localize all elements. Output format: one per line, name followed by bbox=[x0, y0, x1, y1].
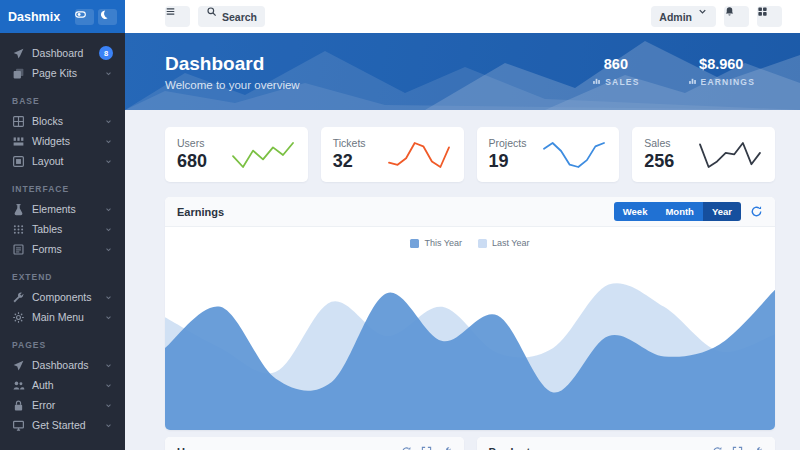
brand-logo[interactable]: Dashmix bbox=[8, 10, 71, 24]
sidebar-item-dashboard[interactable]: Dashboard8 bbox=[0, 43, 125, 63]
section-label-interface: INTERFACE bbox=[12, 184, 113, 194]
stat-card-label: Sales bbox=[644, 137, 674, 149]
legend-swatch bbox=[410, 239, 419, 248]
sidebar-header: Dashmix bbox=[0, 0, 125, 33]
hero-stat-sales: 860SALES bbox=[592, 56, 639, 87]
sidebar-item-error[interactable]: Error bbox=[0, 395, 125, 415]
sidebar-item-label: Auth bbox=[32, 379, 54, 391]
sidebar-item-layout[interactable]: Layout bbox=[0, 151, 125, 171]
sidebar-item-label: Components bbox=[32, 291, 92, 303]
tickets-sparkline-chart bbox=[386, 140, 452, 170]
hero-stat-label: EARNINGS bbox=[701, 77, 755, 87]
legend-item-last-year[interactable]: Last Year bbox=[478, 238, 530, 248]
stat-cards-row: Users680Tickets32Projects19Sales256 bbox=[165, 127, 775, 182]
bar-chart-icon bbox=[592, 76, 601, 87]
earnings-tools: WeekMonthYear bbox=[614, 202, 763, 221]
stat-card-value: 680 bbox=[177, 151, 207, 172]
admin-menu-button[interactable]: Admin bbox=[651, 6, 716, 27]
content: Users680Tickets32Projects19Sales256 Earn… bbox=[125, 110, 800, 450]
section-label-extend: EXTEND bbox=[12, 272, 113, 282]
bottom-card-title: Users bbox=[177, 446, 208, 450]
sidebar-item-forms[interactable]: Forms bbox=[0, 239, 125, 259]
dark-mode-button[interactable] bbox=[98, 9, 117, 25]
sidebar-nav: Dashboard8Page KitsBASEBlocksWidgetsLayo… bbox=[0, 33, 125, 435]
sidebar-toggle-button[interactable] bbox=[165, 6, 190, 27]
sidebar-item-label: Error bbox=[32, 399, 55, 411]
earnings-card-header: Earnings WeekMonthYear bbox=[165, 197, 775, 227]
expand-icon[interactable] bbox=[732, 446, 743, 450]
wrench-icon[interactable] bbox=[752, 446, 763, 450]
bottom-card-products: Products bbox=[477, 437, 776, 450]
sales-sparkline-chart bbox=[697, 140, 763, 170]
chart-legend: This YearLast Year bbox=[165, 227, 775, 250]
sidebar: Dashmix Dashboard8Page KitsBASEBlocksWid… bbox=[0, 0, 125, 450]
main-area: Search Admin Dashboard Welcome to your o… bbox=[125, 0, 800, 450]
sidebar-item-label: Tables bbox=[32, 223, 62, 235]
theme-toggle-button[interactable] bbox=[75, 9, 94, 25]
bottom-card-title: Products bbox=[489, 446, 537, 450]
hero-banner: Dashboard Welcome to your overview 860SA… bbox=[125, 33, 800, 110]
range-button-month[interactable]: Month bbox=[656, 202, 703, 221]
bottom-card-users: Users bbox=[165, 437, 464, 450]
refresh-button[interactable] bbox=[750, 205, 763, 218]
sidebar-item-blocks[interactable]: Blocks bbox=[0, 111, 125, 131]
bottom-card-header: Users bbox=[165, 437, 464, 450]
earnings-chart bbox=[165, 250, 775, 430]
paper-plane-icon bbox=[12, 47, 25, 60]
blocks-grid-icon bbox=[12, 115, 25, 128]
sidebar-item-auth[interactable]: Auth bbox=[0, 375, 125, 395]
stat-card-text: Tickets32 bbox=[333, 137, 366, 172]
chevron-down-icon bbox=[104, 293, 113, 302]
range-button-group: WeekMonthYear bbox=[614, 202, 741, 221]
sidebar-item-page-kits[interactable]: Page Kits bbox=[0, 63, 125, 83]
widgets-icon bbox=[12, 135, 25, 148]
topbar: Search Admin bbox=[125, 0, 800, 33]
stat-card-label: Projects bbox=[489, 137, 527, 149]
range-button-year[interactable]: Year bbox=[703, 202, 741, 221]
stat-card-text: Users680 bbox=[177, 137, 207, 172]
search-label: Search bbox=[222, 11, 257, 23]
legend-label: This Year bbox=[424, 238, 462, 248]
layout-icon bbox=[12, 155, 25, 168]
chevron-down-icon bbox=[104, 381, 113, 390]
sidebar-item-elements[interactable]: Elements bbox=[0, 199, 125, 219]
stat-card-tickets: Tickets32 bbox=[321, 127, 464, 182]
chevron-down-icon bbox=[104, 313, 113, 322]
sidebar-item-main-menu[interactable]: Main Menu bbox=[0, 307, 125, 327]
stat-card-text: Projects19 bbox=[489, 137, 527, 172]
legend-label: Last Year bbox=[492, 238, 530, 248]
sidebar-item-tables[interactable]: Tables bbox=[0, 219, 125, 239]
sidebar-item-label: Dashboards bbox=[32, 359, 89, 371]
sidebar-item-get-started[interactable]: Get Started bbox=[0, 415, 125, 435]
wrench-icon[interactable] bbox=[441, 446, 452, 450]
wrench-icon bbox=[12, 291, 25, 304]
moon-icon bbox=[98, 9, 117, 25]
sidebar-item-label: Get Started bbox=[32, 419, 86, 431]
chevron-down-icon bbox=[104, 361, 113, 370]
apps-button[interactable] bbox=[757, 6, 782, 27]
section-label-base: BASE bbox=[12, 96, 113, 106]
hero-stat-value: $8.960 bbox=[688, 56, 755, 72]
toggle-icon bbox=[75, 9, 94, 25]
search-button[interactable]: Search bbox=[198, 6, 265, 27]
sidebar-item-dashboards[interactable]: Dashboards bbox=[0, 355, 125, 375]
hero-text: Dashboard Welcome to your overview bbox=[165, 53, 300, 91]
refresh-icon[interactable] bbox=[712, 446, 723, 450]
table-cells-icon bbox=[12, 223, 25, 236]
gear-icon bbox=[12, 311, 25, 324]
apps-grid-icon bbox=[757, 6, 782, 27]
bottom-card-actions bbox=[712, 446, 763, 450]
refresh-icon[interactable] bbox=[401, 446, 412, 450]
notification-count-badge: 8 bbox=[99, 46, 113, 60]
stat-card-users: Users680 bbox=[165, 127, 308, 182]
range-button-week[interactable]: Week bbox=[614, 202, 657, 221]
notifications-button[interactable] bbox=[724, 6, 749, 27]
sidebar-item-widgets[interactable]: Widgets bbox=[0, 131, 125, 151]
bottom-cards-row: UsersProducts bbox=[165, 437, 775, 450]
legend-item-this-year[interactable]: This Year bbox=[410, 238, 462, 248]
form-icon bbox=[12, 243, 25, 256]
sidebar-item-components[interactable]: Components bbox=[0, 287, 125, 307]
expand-icon[interactable] bbox=[421, 446, 432, 450]
sidebar-item-label: Main Menu bbox=[32, 311, 84, 323]
admin-label: Admin bbox=[659, 11, 692, 23]
